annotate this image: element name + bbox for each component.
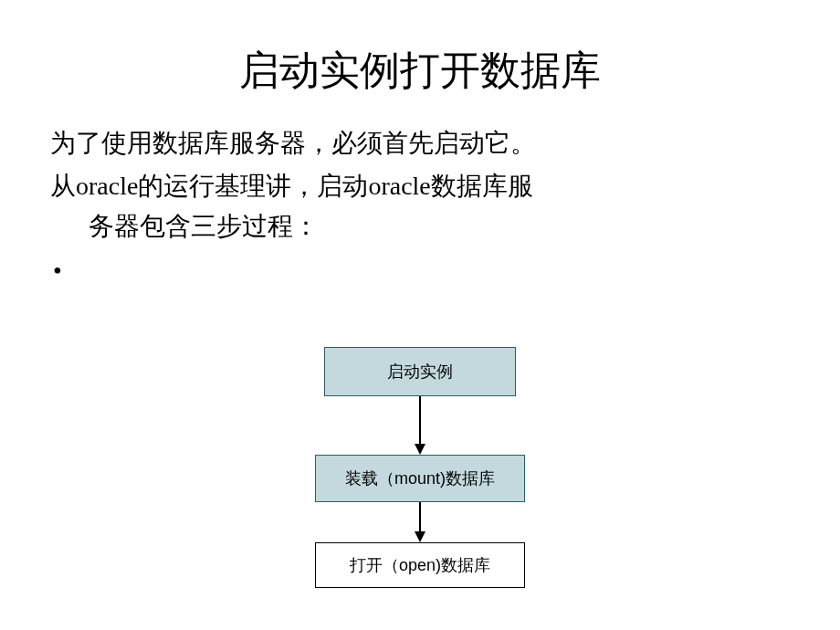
bullet-point: • [0,257,840,286]
paragraph-2-line-2: 务器包含三步过程： [50,206,790,246]
flow-diagram: 启动实例 装载（mount)数据库 打开（open)数据库 [0,347,840,588]
arrow-line [419,396,421,444]
flow-step-1: 启动实例 [324,347,516,396]
body-text: 为了使用数据库服务器，必须首先启动它。 从oracle的运行基理讲，启动orac… [0,123,840,246]
slide-title: 启动实例打开数据库 [0,0,840,123]
arrow-line [419,502,421,531]
paragraph-1: 为了使用数据库服务器，必须首先启动它。 [50,123,790,163]
arrow-head-icon [415,531,425,542]
arrow-head-icon [415,444,425,455]
flow-step-3: 打开（open)数据库 [315,542,525,588]
flow-step-2: 装载（mount)数据库 [315,455,525,502]
paragraph-2-line-1: 从oracle的运行基理讲，启动oracle数据库服 [50,166,790,205]
arrow-1 [415,396,425,455]
arrow-2 [415,502,425,542]
